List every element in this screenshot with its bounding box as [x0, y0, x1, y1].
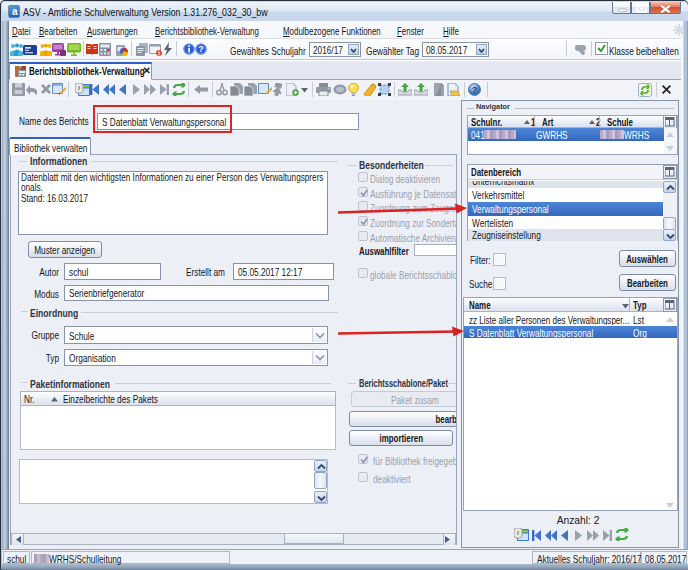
- svg-text:?: ?: [472, 85, 478, 95]
- svg-text:?: ?: [198, 44, 204, 54]
